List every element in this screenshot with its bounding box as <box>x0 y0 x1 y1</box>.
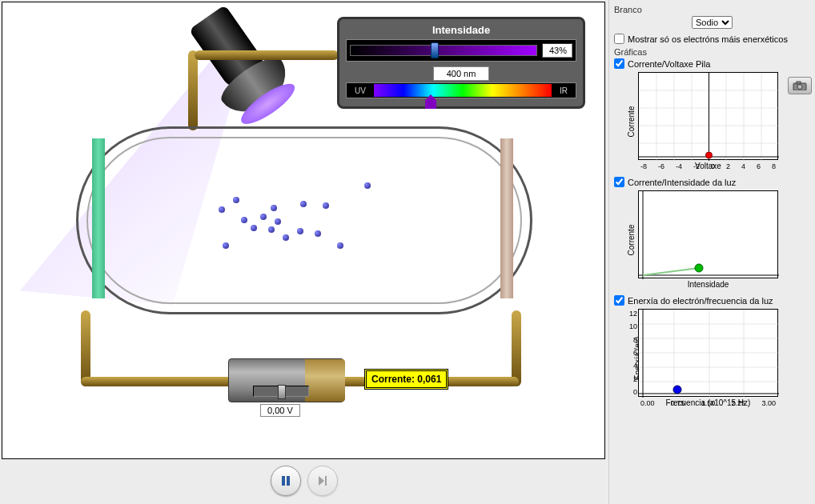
graph2-xlabel: Intensidade <box>638 280 778 289</box>
highest-energy-checkbox[interactable] <box>614 34 624 44</box>
electron <box>315 230 321 237</box>
graph3-checkbox[interactable] <box>614 295 624 306</box>
playback-controls <box>0 461 608 501</box>
graph2-title: Corrente/Intensidade da luz <box>628 178 736 187</box>
voltage-readout[interactable]: 0,00 V <box>260 404 300 417</box>
wavelength-value[interactable]: 400 nm <box>433 66 489 81</box>
collector-plate <box>500 138 513 298</box>
graph2-checkbox[interactable] <box>614 177 624 187</box>
svg-rect-1 <box>287 476 290 486</box>
graphs-title: Gráficas <box>614 47 810 57</box>
electron <box>268 226 275 233</box>
svg-rect-0 <box>282 476 285 486</box>
electron <box>364 182 371 189</box>
svg-line-29 <box>643 268 699 275</box>
simulation-area: Intensidade 43% 400 nm UV IR <box>0 0 608 504</box>
graph2-block: Corrente Intensidade <box>614 190 810 289</box>
graph1-canvas: -8-6-4-202468 <box>638 72 778 160</box>
graph1-ylabel: Corrente <box>627 106 636 137</box>
graph1-title: Corrente/Voltaxe Pila <box>628 59 710 69</box>
electron <box>323 202 329 209</box>
wavelength-slider[interactable]: UV IR <box>346 82 576 98</box>
battery <box>228 358 344 402</box>
current-readout: Corrente: 0,061 <box>364 369 448 390</box>
intensity-slider-thumb[interactable] <box>431 42 439 58</box>
electron <box>251 225 257 231</box>
wire <box>512 310 521 386</box>
electron <box>233 197 239 203</box>
electron <box>260 214 267 220</box>
electron <box>275 218 281 225</box>
vacuum-tube <box>76 126 532 314</box>
graph1-checkbox[interactable] <box>614 58 624 69</box>
graph2-ylabel: Corrente <box>627 224 636 255</box>
side-panel: Branco Sodio Mostrar só os electróns mái… <box>608 0 815 504</box>
electron <box>241 217 247 223</box>
voltage-slider-thumb[interactable] <box>278 385 286 399</box>
graph3-block: Enerxía (ev) 0.000.751.502.253.00 121086… <box>614 309 810 407</box>
graph2-canvas <box>638 190 778 278</box>
wire <box>195 50 339 60</box>
target-material-select[interactable]: Sodio <box>692 16 733 29</box>
wire <box>81 377 237 386</box>
graph3-canvas: 0.000.751.502.253.00 121086420 <box>638 309 778 397</box>
graph3-title: Enerxía do electrón/frecuencia da luz <box>628 296 773 306</box>
simulation-canvas: Intensidade 43% 400 nm UV IR <box>2 2 605 459</box>
step-icon <box>316 474 329 487</box>
pause-button[interactable] <box>271 466 301 496</box>
highest-energy-label: Mostrar só os electróns máis enerxéticos <box>628 34 788 44</box>
wire <box>81 310 90 386</box>
electron <box>271 205 277 211</box>
svg-point-30 <box>695 264 703 272</box>
intensity-title: Intensidade <box>346 24 576 36</box>
uv-label: UV <box>347 86 374 95</box>
svg-marker-2 <box>319 476 324 486</box>
target-label: Branco <box>614 5 810 14</box>
voltage-slider[interactable] <box>253 386 309 397</box>
electron <box>297 228 303 234</box>
electron <box>337 242 343 249</box>
ir-label: IR <box>552 86 576 95</box>
target-plate <box>92 138 105 298</box>
pause-icon <box>279 474 292 487</box>
intensity-slider[interactable] <box>350 45 537 56</box>
wire <box>188 50 198 130</box>
svg-rect-3 <box>325 476 327 486</box>
current-value: 0,061 <box>417 374 441 385</box>
current-label: Corrente: <box>371 374 417 385</box>
svg-point-19 <box>706 152 713 158</box>
electron <box>300 201 307 207</box>
svg-point-48 <box>673 386 681 394</box>
step-button[interactable] <box>307 466 338 496</box>
graph1-block: Corrente -8-6-4-202468 Voltaxe <box>614 72 810 170</box>
electron <box>283 234 289 241</box>
electron <box>223 242 229 249</box>
electron <box>219 206 225 213</box>
light-control-panel: Intensidade 43% 400 nm UV IR <box>337 17 585 109</box>
intensity-value: 43% <box>542 43 572 58</box>
